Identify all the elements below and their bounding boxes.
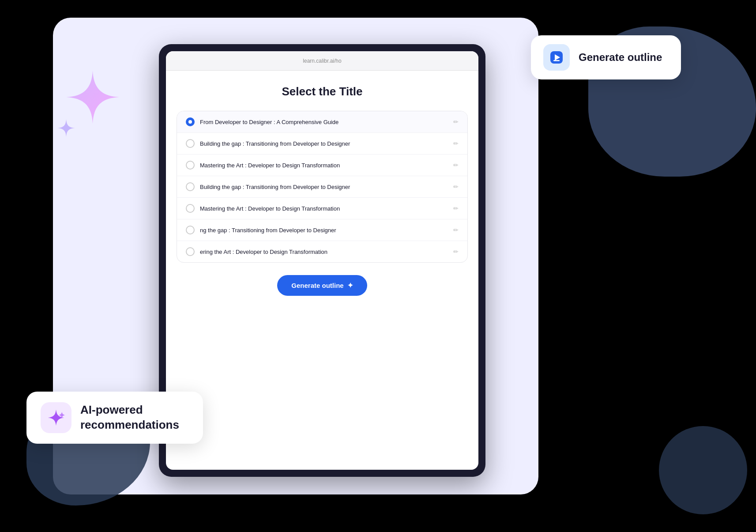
option-text: ering the Art : Developer to Design Tran… <box>200 249 448 255</box>
edit-icon[interactable]: ✏ <box>453 140 459 147</box>
ai-sparkle-icon <box>46 408 66 427</box>
floating-card-generate-outline: Generate outline <box>531 35 681 79</box>
blob-bottom-right <box>659 426 747 514</box>
generate-outline-button-label: Generate outline <box>291 282 343 289</box>
radio-button[interactable] <box>186 247 195 256</box>
option-row[interactable]: Mastering the Art : Developer to Design … <box>177 155 467 176</box>
screen-content: Select the Title From Developer to Desig… <box>166 71 478 470</box>
device-frame: learn.calibr.ai/ho Select the Title From… <box>159 44 485 477</box>
ai-card-line2: recommendations <box>80 418 179 431</box>
edit-icon[interactable]: ✏ <box>453 118 459 125</box>
edit-icon[interactable]: ✏ <box>453 183 459 190</box>
video-icon-box <box>543 44 570 71</box>
edit-icon[interactable]: ✏ <box>453 226 459 234</box>
option-row[interactable]: Building the gap : Transitioning from De… <box>177 176 467 198</box>
radio-button[interactable] <box>186 117 195 126</box>
option-text: ng the gap : Transitioning from Develope… <box>200 227 448 234</box>
browser-bar: learn.calibr.ai/ho <box>166 51 478 71</box>
video-play-icon <box>550 51 563 64</box>
option-row[interactable]: Building the gap : Transitioning from De… <box>177 133 467 155</box>
floating-card-top-label: Generate outline <box>579 51 662 64</box>
edit-icon[interactable]: ✏ <box>453 162 459 169</box>
option-row[interactable]: From Developer to Designer : A Comprehen… <box>177 111 467 133</box>
option-text: Mastering the Art : Developer to Design … <box>200 205 448 212</box>
floating-card-ai: AI-powered recommendations <box>26 392 203 444</box>
ai-card-line1: AI-powered <box>80 403 143 416</box>
option-text: Building the gap : Transitioning from De… <box>200 184 448 190</box>
edit-icon[interactable]: ✏ <box>453 205 459 212</box>
scene: learn.calibr.ai/ho Select the Title From… <box>0 0 756 532</box>
option-text: Mastering the Art : Developer to Design … <box>200 162 448 169</box>
option-text: Building the gap : Transitioning from De… <box>200 140 448 147</box>
radio-button[interactable] <box>186 182 195 191</box>
radio-button[interactable] <box>186 204 195 213</box>
browser-url: learn.calibr.ai/ho <box>303 58 341 64</box>
edit-icon[interactable]: ✏ <box>453 248 459 255</box>
sparkle-large-icon <box>66 71 119 124</box>
radio-button[interactable] <box>186 139 195 148</box>
device-screen: learn.calibr.ai/ho Select the Title From… <box>166 51 478 470</box>
radio-button[interactable] <box>186 226 195 234</box>
radio-button[interactable] <box>186 161 195 170</box>
generate-outline-button[interactable]: Generate outline ✦ <box>277 275 367 296</box>
option-text: From Developer to Designer : A Comprehen… <box>200 119 448 125</box>
svg-rect-2 <box>553 60 560 61</box>
option-row[interactable]: ng the gap : Transitioning from Develope… <box>177 219 467 241</box>
options-list: From Developer to Designer : A Comprehen… <box>177 111 468 263</box>
screen-title: Select the Title <box>282 85 362 98</box>
sparkle-small-icon <box>57 119 75 137</box>
ai-card-text: AI-powered recommendations <box>80 403 179 433</box>
star-icon: ✦ <box>347 281 353 290</box>
option-row[interactable]: Mastering the Art : Developer to Design … <box>177 198 467 219</box>
option-row[interactable]: ering the Art : Developer to Design Tran… <box>177 241 467 262</box>
ai-icon-box <box>41 402 71 433</box>
